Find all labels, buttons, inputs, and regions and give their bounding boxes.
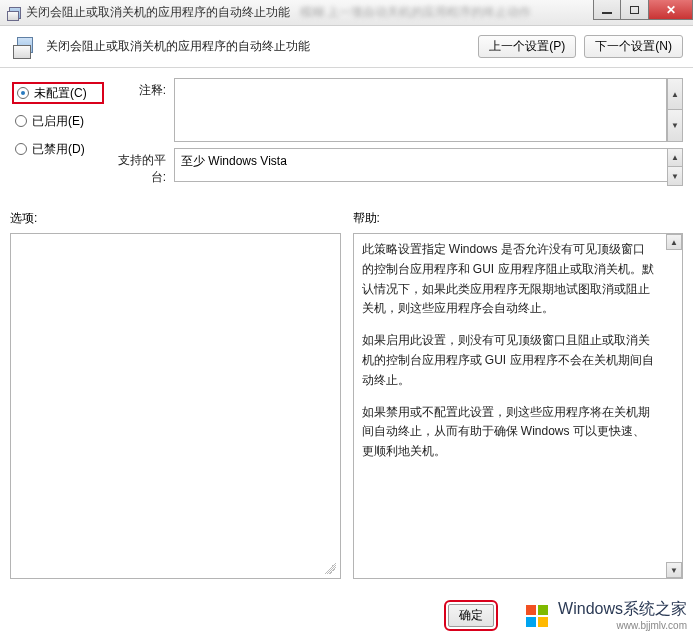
spin-up-icon[interactable]: ▲	[667, 78, 683, 110]
ok-button[interactable]: 确定	[448, 604, 494, 627]
radio-column: 未配置(C) 已启用(E) 已禁用(D)	[12, 78, 104, 192]
bottom-bar: 确定	[0, 605, 693, 633]
comment-row: 注释: ▲ ▼	[110, 78, 683, 142]
options-column: 选项:	[10, 210, 341, 579]
policy-header-icon	[10, 33, 38, 61]
radio-dot-icon	[17, 87, 29, 99]
radio-disabled[interactable]: 已禁用(D)	[12, 138, 104, 160]
window-controls: ✕	[593, 0, 693, 20]
spin-up-icon[interactable]: ▲	[667, 148, 683, 167]
next-setting-button[interactable]: 下一个设置(N)	[584, 35, 683, 58]
nav-buttons: 上一个设置(P) 下一个设置(N)	[478, 35, 683, 58]
spin-down-icon[interactable]: ▼	[667, 167, 683, 186]
maximize-button[interactable]	[621, 0, 649, 20]
platform-value: 至少 Windows Vista	[174, 148, 683, 182]
help-spin: ▲ ▼	[666, 234, 682, 578]
help-box: 此策略设置指定 Windows 是否允许没有可见顶级窗口的控制台应用程序和 GU…	[353, 233, 684, 579]
help-paragraph: 如果禁用或不配置此设置，则这些应用程序将在关机期间自动终止，从而有助于确保 Wi…	[362, 403, 657, 462]
radio-not-configured[interactable]: 未配置(C)	[12, 82, 104, 104]
options-label: 选项:	[10, 210, 341, 227]
header-row: 关闭会阻止或取消关机的应用程序的自动终止功能 上一个设置(P) 下一个设置(N)	[0, 26, 693, 68]
prev-setting-button[interactable]: 上一个设置(P)	[478, 35, 576, 58]
close-button[interactable]: ✕	[649, 0, 693, 20]
help-label: 帮助:	[353, 210, 684, 227]
right-column: 注释: ▲ ▼ 支持的平台: 至少 Windows Vista ▲ ▼	[110, 78, 683, 192]
spin-down-icon[interactable]: ▼	[666, 562, 682, 578]
platform-spin: ▲ ▼	[667, 148, 683, 186]
platform-row: 支持的平台: 至少 Windows Vista ▲ ▼	[110, 148, 683, 186]
radio-label: 已禁用(D)	[32, 141, 85, 158]
radio-dot-icon	[15, 143, 27, 155]
radio-label: 已启用(E)	[32, 113, 84, 130]
policy-title-icon	[6, 5, 22, 21]
options-box	[10, 233, 341, 579]
minimize-button[interactable]	[593, 0, 621, 20]
help-paragraph: 如果启用此设置，则没有可见顶级窗口且阻止或取消关机的控制台应用程序或 GUI 应…	[362, 331, 657, 390]
titlebar: 关闭会阻止或取消关机的应用程序的自动终止功能 模糊 上一项自动关机的应用程序的终…	[0, 0, 693, 26]
platform-box: 至少 Windows Vista ▲ ▼	[174, 148, 683, 186]
comment-spin: ▲ ▼	[667, 78, 683, 142]
spin-down-icon[interactable]: ▼	[667, 110, 683, 142]
lower-area: 选项: 帮助: 此策略设置指定 Windows 是否允许没有可见顶级窗口的控制台…	[0, 210, 693, 579]
title-blurred-text: 模糊 上一项自动关机的应用程序的终止动作	[300, 4, 531, 21]
radio-enabled[interactable]: 已启用(E)	[12, 110, 104, 132]
comment-label: 注释:	[110, 78, 174, 142]
header-title: 关闭会阻止或取消关机的应用程序的自动终止功能	[46, 38, 310, 55]
help-text: 此策略设置指定 Windows 是否允许没有可见顶级窗口的控制台应用程序和 GU…	[354, 234, 665, 480]
help-column: 帮助: 此策略设置指定 Windows 是否允许没有可见顶级窗口的控制台应用程序…	[353, 210, 684, 579]
help-paragraph: 此策略设置指定 Windows 是否允许没有可见顶级窗口的控制台应用程序和 GU…	[362, 240, 657, 319]
radio-dot-icon	[15, 115, 27, 127]
config-area: 未配置(C) 已启用(E) 已禁用(D) 注释: ▲ ▼ 支持的平台: 至少 W…	[0, 68, 693, 192]
platform-label: 支持的平台:	[110, 148, 174, 186]
spin-up-icon[interactable]: ▲	[666, 234, 682, 250]
comment-input[interactable]	[174, 78, 667, 142]
window-title: 关闭会阻止或取消关机的应用程序的自动终止功能	[26, 4, 290, 21]
radio-label: 未配置(C)	[34, 85, 87, 102]
